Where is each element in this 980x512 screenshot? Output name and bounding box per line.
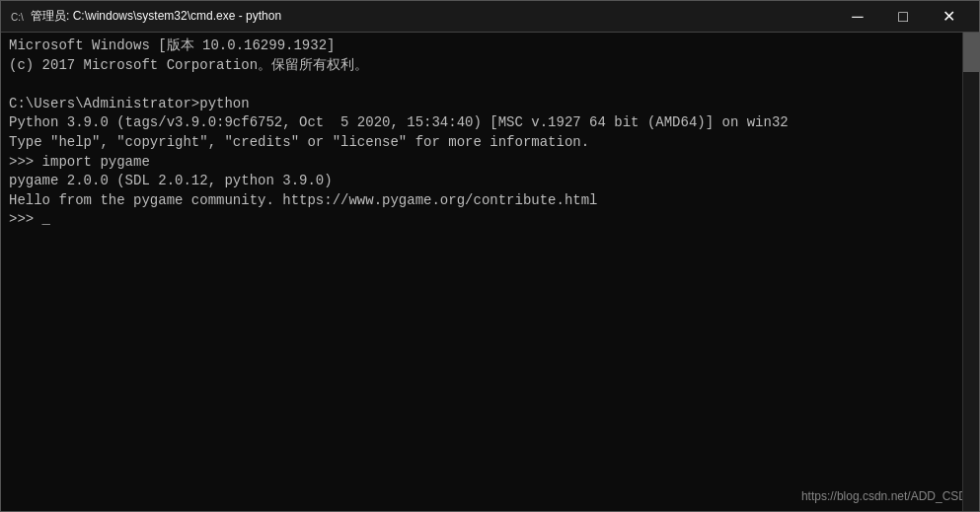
watermark: https://blog.csdn.net/ADD_CSD: [801, 489, 967, 503]
window-controls: ─ □ ✕: [835, 1, 971, 33]
scrollbar-thumb[interactable]: [963, 33, 979, 72]
svg-text:C:\: C:\: [11, 12, 24, 23]
cmd-window: C:\ 管理员: C:\windows\system32\cmd.exe - p…: [0, 0, 980, 512]
cmd-icon: C:\: [9, 9, 25, 25]
console-area[interactable]: Microsoft Windows [版本 10.0.16299.1932] (…: [1, 33, 979, 511]
scrollbar[interactable]: [962, 33, 979, 511]
window-title: 管理员: C:\windows\system32\cmd.exe - pytho…: [31, 8, 835, 25]
maximize-button[interactable]: □: [880, 1, 926, 33]
minimize-button[interactable]: ─: [835, 1, 880, 33]
console-output: Microsoft Windows [版本 10.0.16299.1932] (…: [9, 37, 971, 230]
title-bar: C:\ 管理员: C:\windows\system32\cmd.exe - p…: [1, 1, 979, 33]
close-button[interactable]: ✕: [926, 1, 971, 33]
